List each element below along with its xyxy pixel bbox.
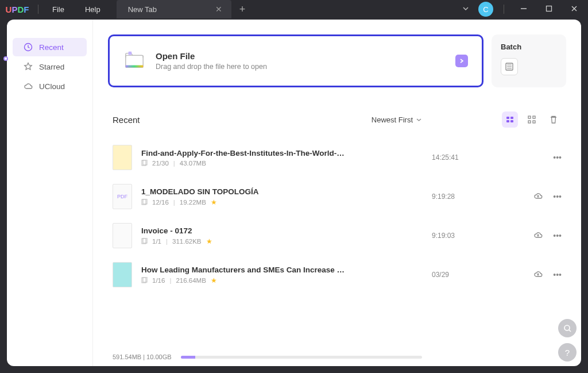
file-list: Find-and-Apply-For-the-Best-Institutes-I… [108, 138, 566, 350]
storage-footer: 591.54MB | 10.00GB [108, 350, 566, 366]
file-meta: 12/16|19.22MB★ [141, 198, 423, 206]
app-surface: Recent Starred UCloud Open File Drag and [7, 20, 581, 366]
avatar[interactable]: C [478, 2, 493, 17]
list-view-button[interactable] [502, 111, 518, 128]
sidebar-item-label: UCloud [39, 82, 65, 91]
chevron-right-icon[interactable] [455, 55, 468, 67]
file-time: 9:19:03 [432, 232, 501, 240]
file-thumbnail: PDF [113, 184, 132, 209]
svg-rect-7 [510, 117, 513, 119]
sidebar-item-starred[interactable]: Starred [13, 57, 87, 76]
file-pages: 1/1 [152, 238, 161, 245]
svg-rect-8 [506, 120, 509, 122]
tab-new[interactable]: New Tab ✕ [117, 0, 231, 18]
delete-button[interactable] [546, 111, 562, 128]
file-meta: 1/16|216.64MB★ [141, 276, 423, 284]
titlebar: UPDF File Help New Tab ✕ + C [0, 0, 588, 18]
search-fab[interactable] [558, 319, 577, 337]
file-info: 1_MODELADO SIN TOPOLOGÍA12/16|19.22MB★ [141, 187, 423, 206]
file-actions: ••• [510, 153, 562, 162]
svg-rect-4 [129, 52, 132, 55]
cloud-upload-icon[interactable] [533, 230, 543, 241]
close-window-button[interactable] [565, 2, 583, 16]
svg-rect-11 [533, 116, 535, 118]
svg-point-22 [564, 325, 570, 330]
open-file-title: Open File [156, 51, 267, 61]
main-content: Open File Drag and drop the file here to… [93, 20, 581, 366]
chevron-down-icon[interactable] [460, 3, 471, 16]
active-indicator [3, 56, 8, 61]
file-actions: ••• [510, 270, 562, 280]
file-actions: ••• [510, 230, 562, 241]
menu-file[interactable]: File [42, 5, 75, 14]
more-icon[interactable]: ••• [553, 231, 562, 240]
cloud-upload-icon[interactable] [533, 270, 543, 280]
section-title: Recent [113, 115, 140, 125]
file-size: 311.62KB [172, 238, 202, 245]
file-actions: ••• [510, 191, 562, 202]
star-icon: ★ [211, 198, 217, 206]
file-info: Invoice - 01721/1|311.62KB★ [141, 226, 423, 245]
minimize-button[interactable] [514, 2, 533, 16]
star-icon: ★ [206, 237, 212, 245]
batch-title: Batch [501, 43, 557, 51]
separator [38, 5, 38, 14]
file-pages: 1/16 [152, 277, 165, 284]
svg-rect-3 [126, 66, 143, 68]
sidebar-item-ucloud[interactable]: UCloud [13, 77, 87, 95]
file-row[interactable]: PDF1_MODELADO SIN TOPOLOGÍA12/16|19.22MB… [108, 177, 566, 216]
more-icon[interactable]: ••• [553, 270, 562, 279]
add-tab-button[interactable]: + [231, 3, 254, 16]
sort-dropdown[interactable]: Newest First [372, 116, 421, 124]
file-info: Find-and-Apply-For-the-Best-Institutes-I… [141, 149, 423, 167]
svg-rect-10 [528, 116, 531, 118]
maximize-button[interactable] [540, 2, 558, 16]
clock-icon [23, 43, 33, 52]
file-thumbnail [113, 262, 132, 287]
file-meta: 21/30|43.07MB [141, 160, 423, 167]
more-icon[interactable]: ••• [553, 192, 562, 201]
file-row[interactable]: Find-and-Apply-For-the-Best-Institutes-I… [108, 138, 566, 177]
file-size: 43.07MB [180, 160, 206, 167]
open-file-card[interactable]: Open File Drag and drop the file here to… [108, 34, 483, 87]
file-time: 14:25:41 [432, 153, 501, 161]
svg-rect-13 [533, 121, 535, 123]
file-pages: 12/16 [152, 199, 169, 206]
svg-rect-6 [506, 117, 509, 119]
file-name: Find-and-Apply-For-the-Best-Institutes-I… [141, 149, 348, 157]
sidebar-item-label: Starred [39, 63, 64, 71]
batch-card[interactable]: Batch [492, 34, 566, 87]
file-row[interactable]: How Leading Manufacturers and SMEs Can I… [108, 255, 566, 294]
sidebar-item-label: Recent [39, 43, 64, 52]
menu-help[interactable]: Help [75, 5, 111, 14]
star-icon [23, 62, 33, 71]
sidebar: Recent Starred UCloud [7, 20, 93, 366]
svg-rect-0 [547, 6, 552, 11]
file-time: 03/29 [432, 271, 501, 279]
pages-icon [141, 238, 148, 244]
file-meta: 1/1|311.62KB★ [141, 237, 423, 245]
chevron-down-icon [416, 117, 421, 122]
file-row[interactable]: Invoice - 01721/1|311.62KB★9:19:03••• [108, 216, 566, 255]
sidebar-item-recent[interactable]: Recent [13, 38, 87, 56]
storage-fill [181, 356, 195, 359]
file-time: 9:19:28 [432, 193, 501, 201]
pages-icon [141, 199, 148, 205]
svg-rect-9 [510, 120, 513, 122]
file-info: How Leading Manufacturers and SMEs Can I… [141, 266, 423, 284]
storage-text: 591.54MB | 10.00GB [113, 353, 172, 360]
star-icon: ★ [211, 276, 217, 284]
help-fab[interactable]: ? [558, 343, 577, 362]
close-icon[interactable]: ✕ [213, 3, 225, 15]
folder-icon [123, 49, 145, 73]
more-icon[interactable]: ••• [553, 153, 562, 162]
cloud-icon [23, 82, 33, 91]
storage-bar [181, 356, 422, 359]
grid-view-button[interactable] [524, 111, 540, 128]
cloud-upload-icon[interactable] [533, 191, 543, 202]
batch-icon [501, 58, 518, 75]
file-size: 216.64MB [176, 277, 206, 284]
app-logo: UPDF [0, 5, 34, 14]
open-file-subtitle: Drag and drop the file here to open [156, 63, 267, 71]
file-size: 19.22MB [180, 199, 206, 206]
